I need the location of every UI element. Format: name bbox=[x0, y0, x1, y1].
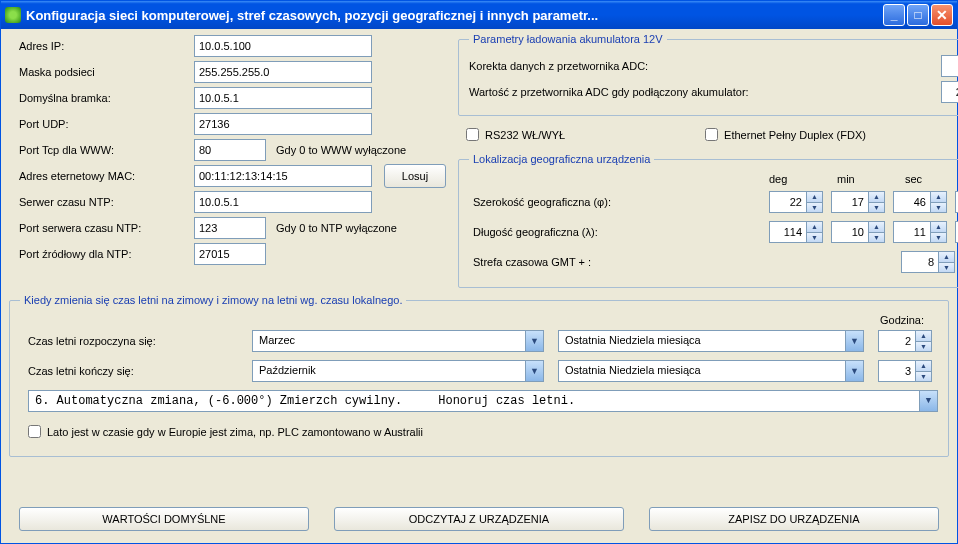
dst-mode-combo[interactable]: 6. Automatyczna zmiana, (-6.000°) Zmierz… bbox=[28, 390, 938, 412]
read-button[interactable]: ODCZYTAJ Z URZĄDZENIA bbox=[334, 507, 624, 531]
tcp-label: Port Tcp dla WWW: bbox=[9, 144, 194, 156]
geo-group: Lokalizacja geograficzna urządzenia deg … bbox=[458, 153, 958, 288]
lat-label: Szerokość geograficzna (φ): bbox=[469, 196, 761, 208]
maximize-icon: □ bbox=[914, 8, 921, 22]
south-hemisphere-checkbox[interactable]: Lato jest w czasie gdy w Europie jest zi… bbox=[28, 425, 423, 438]
dst-end-label: Czas letni kończy się: bbox=[28, 365, 238, 377]
udp-input[interactable] bbox=[194, 113, 372, 135]
geo-min-header: min bbox=[837, 173, 889, 185]
window: Konfiguracja sieci komputerowej, stref c… bbox=[0, 0, 958, 544]
gateway-label: Domyślna bramka: bbox=[9, 92, 194, 104]
ntp-label: Serwer czasu NTP: bbox=[9, 196, 194, 208]
lon-sec-stepper[interactable]: ▲▼ bbox=[893, 221, 947, 243]
ntpport-input[interactable] bbox=[194, 217, 266, 239]
close-icon: ✕ bbox=[936, 7, 948, 23]
fdx-checkbox[interactable]: Ethernet Pełny Duplex (FDX) bbox=[705, 128, 866, 141]
ip-input[interactable] bbox=[194, 35, 372, 57]
tcp-hint: Gdy 0 to WWW wyłączone bbox=[276, 144, 406, 156]
dst-hour-header: Godzina: bbox=[20, 314, 938, 326]
dst-legend: Kiedy zmienia się czas letni na zimowy i… bbox=[20, 294, 406, 306]
lat-min-stepper[interactable]: ▲▼ bbox=[831, 191, 885, 213]
dst-start-hour-stepper[interactable]: ▲▼ bbox=[878, 330, 932, 352]
rs232-checkbox[interactable]: RS232 WŁ/WYŁ bbox=[466, 128, 565, 141]
battery-group: Parametry ładowania akumulatora 12V Kore… bbox=[458, 33, 958, 116]
adc-corr-input[interactable] bbox=[942, 56, 958, 76]
save-button[interactable]: ZAPISZ DO URZĄDZENIA bbox=[649, 507, 939, 531]
dst-start-label: Czas letni rozpoczyna się: bbox=[28, 335, 238, 347]
tz-stepper[interactable]: ▲▼ bbox=[901, 251, 955, 273]
chevron-down-icon[interactable]: ▼ bbox=[525, 331, 543, 351]
adc-corr-stepper[interactable]: ▲▼ bbox=[941, 55, 958, 77]
ntpport-label: Port serwera czasu NTP: bbox=[9, 222, 194, 234]
mask-input[interactable] bbox=[194, 61, 372, 83]
defaults-button[interactable]: WARTOŚCI DOMYŚLNE bbox=[19, 507, 309, 531]
lon-deg-stepper[interactable]: ▲▼ bbox=[769, 221, 823, 243]
app-icon bbox=[5, 7, 21, 23]
udp-label: Port UDP: bbox=[9, 118, 194, 130]
lat-deg-stepper[interactable]: ▲▼ bbox=[769, 191, 823, 213]
dst-end-week-combo[interactable]: Ostatnia Niedziela miesiąca▼ bbox=[558, 360, 864, 382]
chevron-down-icon[interactable]: ▼ bbox=[845, 331, 863, 351]
lon-label: Długość geograficzna (λ): bbox=[469, 226, 761, 238]
ntpsrc-input[interactable] bbox=[194, 243, 266, 265]
dst-end-hour-stepper[interactable]: ▲▼ bbox=[878, 360, 932, 382]
ntpport-hint: Gdy 0 to NTP wyłączone bbox=[276, 222, 397, 234]
minimize-button[interactable]: _ bbox=[883, 4, 905, 26]
geo-deg-header: deg bbox=[769, 173, 821, 185]
mask-label: Maska podsieci bbox=[9, 66, 194, 78]
ip-label: Adres IP: bbox=[9, 40, 194, 52]
dst-group: Kiedy zmienia się czas letni na zimowy i… bbox=[9, 294, 949, 457]
ntpsrc-label: Port źródłowy dla NTP: bbox=[9, 248, 194, 260]
lat-sec-stepper[interactable]: ▲▼ bbox=[893, 191, 947, 213]
window-title: Konfiguracja sieci komputerowej, stref c… bbox=[26, 8, 883, 23]
adc-val-label: Wartość z przetwornika ADC gdy podłączon… bbox=[469, 86, 931, 98]
geo-sec-header: sec bbox=[905, 173, 957, 185]
geo-legend: Lokalizacja geograficzna urządzenia bbox=[469, 153, 654, 165]
mac-random-button[interactable]: Losuj bbox=[384, 164, 446, 188]
mac-input[interactable] bbox=[194, 165, 372, 187]
close-button[interactable]: ✕ bbox=[931, 4, 953, 26]
adc-val-input[interactable] bbox=[942, 82, 958, 102]
chevron-down-icon[interactable]: ▼ bbox=[845, 361, 863, 381]
minimize-icon: _ bbox=[891, 8, 898, 22]
mac-label: Adres eternetowy MAC: bbox=[9, 170, 194, 182]
chevron-down-icon[interactable]: ▼ bbox=[525, 361, 543, 381]
lon-min-stepper[interactable]: ▲▼ bbox=[831, 221, 885, 243]
maximize-button[interactable]: □ bbox=[907, 4, 929, 26]
tcp-input[interactable] bbox=[194, 139, 266, 161]
ntp-input[interactable] bbox=[194, 191, 372, 213]
dst-start-week-combo[interactable]: Ostatnia Niedziela miesiąca▼ bbox=[558, 330, 864, 352]
chevron-down-icon[interactable]: ▼ bbox=[919, 391, 937, 411]
adc-val-stepper[interactable]: ▲▼ bbox=[941, 81, 958, 103]
dst-start-month-combo[interactable]: Marzec▼ bbox=[252, 330, 544, 352]
titlebar: Konfiguracja sieci komputerowej, stref c… bbox=[1, 1, 957, 29]
tz-label: Strefa czasowa GMT + : bbox=[469, 256, 761, 268]
dst-end-month-combo[interactable]: Październik▼ bbox=[252, 360, 544, 382]
adc-corr-label: Korekta danych z przetwornika ADC: bbox=[469, 60, 931, 72]
battery-legend: Parametry ładowania akumulatora 12V bbox=[469, 33, 667, 45]
gateway-input[interactable] bbox=[194, 87, 372, 109]
